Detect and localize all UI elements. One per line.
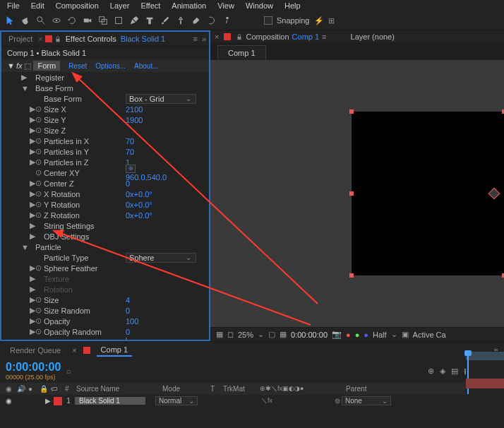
res-chevron-icon[interactable]: ⌄ (391, 330, 397, 339)
property-value[interactable]: 0x+0.0° (126, 190, 152, 198)
channel-r-icon[interactable]: ● (346, 331, 351, 339)
property-dropdown[interactable]: Sphere (126, 253, 196, 263)
timeline-search-input[interactable] (66, 367, 172, 375)
render-queue-tab[interactable]: Render Queue (6, 345, 65, 356)
timeline-timecode[interactable]: 0:00:00:00 (6, 361, 61, 374)
property-row[interactable]: ▶⊙Size Random0 (7, 305, 203, 316)
comp-inner-tab[interactable]: Comp 1 (217, 45, 266, 60)
timeline-track-area[interactable] (466, 352, 504, 408)
property-value[interactable]: 0x+0.0° (126, 201, 152, 209)
property-row[interactable]: ▶⊙Opacity100 (7, 316, 203, 326)
project-tab[interactable]: Project (4, 33, 37, 44)
property-row[interactable]: ▶Rotation (7, 284, 203, 295)
property-value[interactable]: 0 (126, 328, 130, 336)
stopwatch-icon[interactable]: ⊙ (35, 179, 44, 188)
effect-name[interactable]: Form (33, 61, 60, 71)
timeline-layer-row[interactable]: ◉ ▶ 1 Black Solid 1 Normal ＼fx ⊚ None (0, 395, 504, 407)
stopwatch-icon[interactable]: ⊙ (35, 210, 44, 220)
property-row[interactable]: ▶OBJ Settings (7, 231, 203, 242)
stopwatch-icon[interactable]: ⊙ (35, 168, 44, 177)
shape-tool[interactable] (112, 13, 126, 28)
expand-icon[interactable]: ▶ (30, 189, 35, 198)
camera-tool[interactable] (80, 13, 95, 28)
black-solid-layer[interactable] (352, 112, 504, 275)
audio-toggle[interactable] (16, 397, 24, 405)
lock-col-icon[interactable]: 🔒 (40, 385, 49, 393)
resolution-dropdown[interactable]: Half (373, 331, 387, 339)
expand-icon[interactable]: ▶ (30, 295, 35, 304)
property-row[interactable]: Base FormBox - Grid (7, 93, 203, 104)
expand-icon[interactable]: ▶ (30, 136, 35, 145)
tab-close-icon[interactable]: × (38, 35, 42, 43)
lock-icon[interactable] (54, 35, 61, 42)
composition-name[interactable]: Comp 1 (292, 32, 320, 41)
stopwatch-icon[interactable]: ⊙ (35, 105, 44, 114)
lock-icon[interactable] (236, 33, 243, 40)
snapshot-icon[interactable]: 📷 (332, 330, 342, 339)
eye-col-icon[interactable]: ◉ (6, 385, 16, 393)
channel-b-icon[interactable]: ● (364, 331, 368, 339)
property-row[interactable]: ▶⊙Center Z0 (7, 178, 203, 189)
stopwatch-icon[interactable]: ⊙ (35, 295, 44, 304)
layer-tab[interactable]: Layer (none) (351, 32, 395, 41)
menu-window[interactable]: Window (241, 1, 277, 11)
menu-effect[interactable]: Effect (136, 1, 164, 11)
transform-handle[interactable] (349, 109, 354, 114)
comp-timeline-tab[interactable]: Comp 1 (97, 344, 133, 357)
layer-switches[interactable]: ＼fx (248, 396, 333, 405)
stopwatch-icon[interactable]: ⊙ (35, 157, 44, 167)
zoom-chevron-icon[interactable]: ⌄ (258, 330, 264, 339)
stopwatch-icon[interactable]: ⊙ (35, 200, 44, 209)
expand-icon[interactable]: ▶ (30, 200, 35, 209)
property-row[interactable]: ▶⊙Particles in Z1 (7, 157, 203, 167)
lock-toggle[interactable] (35, 397, 44, 405)
property-row[interactable]: ▶⊙Size Z (7, 125, 203, 136)
property-row[interactable]: ⊙Color (7, 337, 203, 340)
property-row[interactable]: ▼Particle (7, 242, 203, 252)
transform-handle[interactable] (349, 273, 354, 278)
property-value[interactable]: 4 (126, 296, 130, 304)
expand-icon[interactable]: ▶ (30, 210, 35, 220)
stopwatch-icon[interactable]: ⊙ (35, 338, 44, 340)
property-value[interactable]: 2100 (126, 105, 143, 114)
clone-tool[interactable] (174, 13, 188, 28)
property-row[interactable]: ▶⊙Particles in X70 (7, 136, 203, 146)
property-value[interactable]: 0 (126, 307, 130, 315)
expand-icon[interactable]: ▶ (30, 221, 35, 230)
menu-help[interactable]: Help (280, 1, 305, 11)
stopwatch-icon[interactable]: ⊙ (35, 263, 44, 273)
property-row[interactable]: ▶⊙Size X2100 (7, 104, 203, 114)
tl-icon[interactable]: ⊕ (428, 367, 434, 376)
property-dropdown[interactable]: Box - Grid (126, 94, 196, 104)
expand-icon[interactable]: ▶ (30, 126, 35, 135)
property-row[interactable]: ▶Register (7, 72, 203, 83)
property-row[interactable]: ▶String Settings (7, 220, 203, 231)
property-row[interactable]: ▶⊙Opacity Random0 (7, 326, 203, 337)
property-row[interactable]: ⊙Center XY⊕960.0,540.0 (7, 167, 203, 178)
expand-icon[interactable]: ▶ (45, 397, 52, 405)
roto-tool[interactable] (205, 13, 219, 28)
type-tool[interactable] (143, 13, 157, 28)
property-value[interactable]: 0 (126, 179, 130, 188)
transparency-icon[interactable]: ▦ (280, 330, 287, 339)
property-row[interactable]: ▼Base Form (7, 83, 203, 93)
audio-col-icon[interactable]: 🔊 (17, 385, 27, 393)
property-row[interactable]: ▶⊙Size4 (7, 295, 203, 305)
solo-toggle[interactable] (25, 397, 34, 405)
eye-toggle[interactable]: ◉ (6, 397, 14, 405)
menu-layer[interactable]: Layer (106, 1, 134, 11)
zoom-dropdown[interactable]: 25% (238, 331, 253, 339)
property-row[interactable]: ▶⊙Y Rotation0x+0.0° (7, 199, 203, 210)
property-row[interactable]: ▶⊙Z Rotation0x+0.0° (7, 210, 203, 220)
snap-opts-icon[interactable]: ⚡ (314, 16, 324, 25)
zoom-tool[interactable] (34, 13, 48, 28)
composition-tab[interactable]: Composition (246, 32, 289, 41)
layer-duration-bar[interactable] (466, 379, 504, 388)
stopwatch-icon[interactable]: ⊙ (35, 136, 44, 145)
options-link[interactable]: Options... (95, 62, 126, 70)
roi-icon[interactable]: ▣ (402, 330, 409, 339)
selection-tool[interactable] (3, 13, 17, 28)
tl-icon[interactable]: ▤ (451, 367, 458, 376)
transform-handle[interactable] (349, 191, 354, 196)
stopwatch-icon[interactable]: ⊙ (35, 126, 44, 135)
